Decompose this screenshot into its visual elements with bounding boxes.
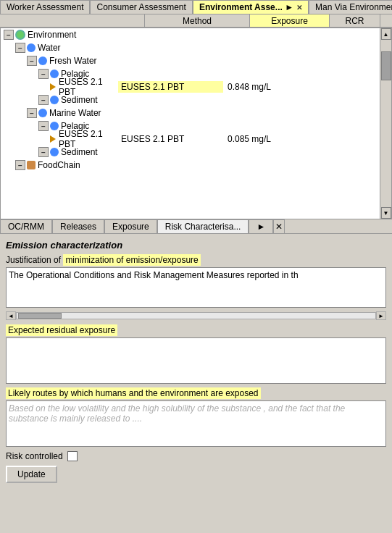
tree-row-euses2[interactable]: EUSES 2.1 PBT EUSES 2.1 PBT 0.085 mg/L: [1, 133, 391, 146]
tree-scrollbar[interactable]: ▲ ▼: [380, 28, 391, 219]
scroll-thumb[interactable]: [381, 51, 391, 80]
sediment2-label: Sediment: [61, 147, 98, 157]
risk-controlled-checkbox[interactable]: [67, 451, 78, 461]
marinewater-label: Marine Water: [49, 108, 101, 118]
scroll-up-icon[interactable]: ▲: [381, 28, 391, 40]
scroll-down-icon[interactable]: ▼: [381, 207, 391, 219]
expand-pelagic2-icon[interactable]: −: [38, 121, 49, 131]
risk-controlled-row: Risk controlled: [6, 451, 386, 461]
sediment1-icon: [50, 96, 59, 104]
col-header-rcr: RCR: [330, 14, 380, 27]
expand-water-icon[interactable]: −: [15, 43, 25, 53]
tree-panel: − Environment − Water − Fresh Water: [0, 28, 392, 219]
top-tab-bar: Worker Assessment Consumer Assessment En…: [0, 0, 392, 14]
water-icon: [27, 43, 36, 52]
field2-label: Expected residual exposure: [6, 325, 386, 335]
tab-more-icon[interactable]: ►: [249, 219, 273, 233]
euses2-label: EUSES 2.1 PBT: [59, 129, 118, 149]
expand-sediment2-icon[interactable]: −: [38, 147, 49, 157]
field2-highlight: Expected residual exposure: [6, 324, 117, 336]
euses1-method: EUSES 2.1 PBT: [118, 81, 223, 93]
tab-man-via-environment[interactable]: Man Via Environment As...: [309, 0, 392, 14]
close-environment-tab-icon[interactable]: ✕: [296, 4, 302, 12]
expand-marinewater-icon[interactable]: −: [27, 108, 37, 118]
field3-highlight: Likely routes by which humans and the en…: [6, 387, 261, 399]
tab-releases[interactable]: Releases: [52, 219, 104, 233]
sediment1-label: Sediment: [61, 95, 98, 105]
expand-pelagic1-icon[interactable]: −: [38, 69, 49, 79]
field1-highlight: minimization of emission/exposure: [63, 254, 200, 266]
euses1-label: EUSES 2.1 PBT: [59, 77, 118, 97]
environment-label: Environment: [28, 30, 76, 40]
expand-sediment1-icon[interactable]: −: [38, 95, 49, 105]
water-label: Water: [38, 43, 61, 53]
field1-label: Justification of minimization of emissio…: [6, 255, 386, 265]
column-header-row: Method Exposure RCR: [0, 14, 392, 28]
section-title: Emission characterization: [6, 240, 386, 251]
tab-consumer-assessment[interactable]: Consumer Assessment: [90, 0, 192, 14]
tab-worker-assessment[interactable]: Worker Assessment: [0, 0, 90, 14]
routes-textarea[interactable]: Based on the low volatility and the high…: [6, 400, 386, 447]
bottom-panel: Emission characterization Justification …: [0, 234, 392, 533]
euses2-play-icon: [50, 135, 56, 143]
tree-row-foodchain[interactable]: − FoodChain: [1, 159, 391, 172]
col-header-exposure: Exposure: [250, 14, 330, 27]
tab-ocrmm[interactable]: OC/RMM: [0, 219, 52, 233]
tree-row-marinewater[interactable]: − Marine Water: [1, 106, 391, 119]
euses1-exposure: 0.848 mg/L: [223, 82, 303, 92]
euses2-method: EUSES 2.1 PBT: [118, 133, 223, 145]
scroll-right-icon[interactable]: ►: [376, 311, 386, 320]
freshwater-icon: [38, 56, 47, 65]
horizontal-scrollbar[interactable]: ◄ ►: [6, 311, 386, 321]
justification-textarea[interactable]: The Operational Conditions and Risk Mana…: [6, 267, 386, 308]
tree-row-euses1[interactable]: EUSES 2.1 PBT EUSES 2.1 PBT 0.848 mg/L: [1, 80, 391, 93]
horiz-thumb[interactable]: [18, 313, 62, 319]
expand-freshwater-icon[interactable]: −: [27, 56, 37, 66]
sediment2-icon: [50, 148, 59, 156]
scroll-left-icon[interactable]: ◄: [6, 311, 16, 320]
expand-environment-icon[interactable]: −: [4, 30, 14, 40]
marinewater-icon: [38, 109, 47, 117]
foodchain-icon: [27, 161, 36, 169]
horiz-track: [16, 312, 376, 319]
tree-row-environment[interactable]: − Environment: [1, 28, 391, 41]
tree-row-water[interactable]: − Water: [1, 41, 391, 54]
field3-label: Likely routes by which humans and the en…: [6, 388, 386, 398]
euses1-play-icon: [50, 83, 56, 91]
update-button[interactable]: Update: [6, 466, 57, 483]
col-header-method: Method: [145, 14, 250, 27]
tree-content: − Environment − Water − Fresh Water: [1, 28, 391, 219]
tab-risk-characterisation[interactable]: Risk Characterisa...: [157, 219, 249, 233]
risk-controlled-label: Risk controlled: [6, 451, 63, 461]
expand-foodchain-icon[interactable]: −: [15, 160, 25, 170]
tree-row-freshwater[interactable]: − Fresh Water: [1, 54, 391, 67]
foodchain-label: FoodChain: [38, 160, 80, 170]
freshwater-label: Fresh Water: [49, 56, 97, 66]
tab-exposure[interactable]: Exposure: [104, 219, 157, 233]
tab-environment-assessment[interactable]: Environment Asse... ► ✕: [193, 0, 309, 14]
col-header-tree: [0, 14, 145, 27]
pelagic2-icon: [50, 122, 59, 130]
euses2-exposure: 0.085 mg/L: [223, 134, 303, 144]
bottom-tab-bar: OC/RMM Releases Exposure Risk Characteri…: [0, 219, 392, 234]
residual-exposure-textarea[interactable]: [6, 337, 386, 384]
environment-icon: [15, 30, 25, 40]
pelagic1-icon: [50, 70, 59, 78]
bottom-tab-close-icon[interactable]: ✕: [273, 219, 285, 233]
